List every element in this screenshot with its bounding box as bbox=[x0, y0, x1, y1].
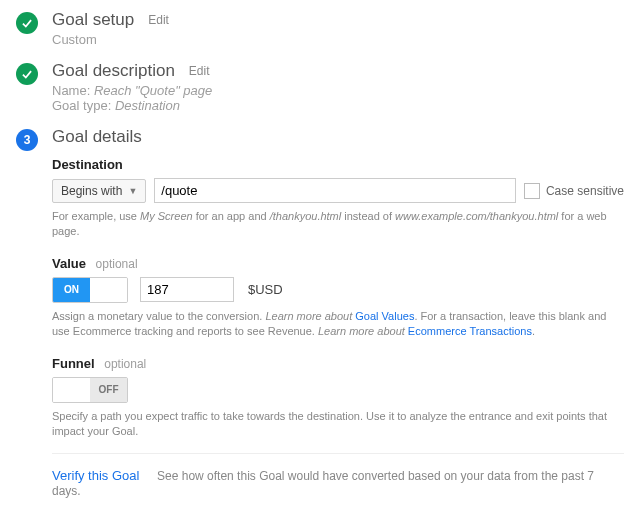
funnel-helper: Specify a path you expect traffic to tak… bbox=[52, 409, 624, 440]
destination-label: Destination bbox=[52, 157, 624, 172]
step-details-title: Goal details bbox=[52, 127, 142, 147]
desc-name-label: Name: bbox=[52, 83, 90, 98]
funnel-toggle-off: OFF bbox=[90, 378, 127, 402]
destination-match-dropdown[interactable]: Begins with ▼ bbox=[52, 179, 146, 203]
case-sensitive-checkbox[interactable] bbox=[524, 183, 540, 199]
step-setup-edit[interactable]: Edit bbox=[148, 13, 169, 27]
desc-name-value: Reach "Quote" page bbox=[94, 83, 212, 98]
value-optional: optional bbox=[96, 257, 138, 271]
desc-type-label: Goal type: bbox=[52, 98, 111, 113]
funnel-toggle[interactable]: OFF bbox=[52, 377, 128, 403]
ecommerce-transactions-link[interactable]: Ecommerce Transactions bbox=[408, 325, 532, 337]
case-sensitive-label: Case sensitive bbox=[546, 184, 624, 198]
step-setup-check-icon bbox=[16, 12, 38, 34]
step-setup-title: Goal setup bbox=[52, 10, 134, 30]
funnel-label: Funnel bbox=[52, 356, 95, 371]
step-description-edit[interactable]: Edit bbox=[189, 64, 210, 78]
step-details-number: 3 bbox=[16, 129, 38, 151]
goal-values-link[interactable]: Goal Values bbox=[355, 310, 414, 322]
value-toggle-on: ON bbox=[53, 278, 90, 302]
desc-type-value: Destination bbox=[115, 98, 180, 113]
value-currency: $USD bbox=[248, 282, 283, 297]
destination-helper: For example, use My Screen for an app an… bbox=[52, 209, 624, 240]
destination-input[interactable] bbox=[154, 178, 516, 203]
value-toggle[interactable]: ON bbox=[52, 277, 128, 303]
step-description-check-icon bbox=[16, 63, 38, 85]
step-setup-sub: Custom bbox=[52, 32, 624, 47]
chevron-down-icon: ▼ bbox=[128, 186, 137, 196]
destination-match-value: Begins with bbox=[61, 184, 122, 198]
value-helper: Assign a monetary value to the conversio… bbox=[52, 309, 624, 340]
value-amount-input[interactable] bbox=[140, 277, 234, 302]
value-label: Value bbox=[52, 256, 86, 271]
step-description-title: Goal description bbox=[52, 61, 175, 81]
funnel-optional: optional bbox=[104, 357, 146, 371]
verify-goal-link[interactable]: Verify this Goal bbox=[52, 468, 139, 483]
